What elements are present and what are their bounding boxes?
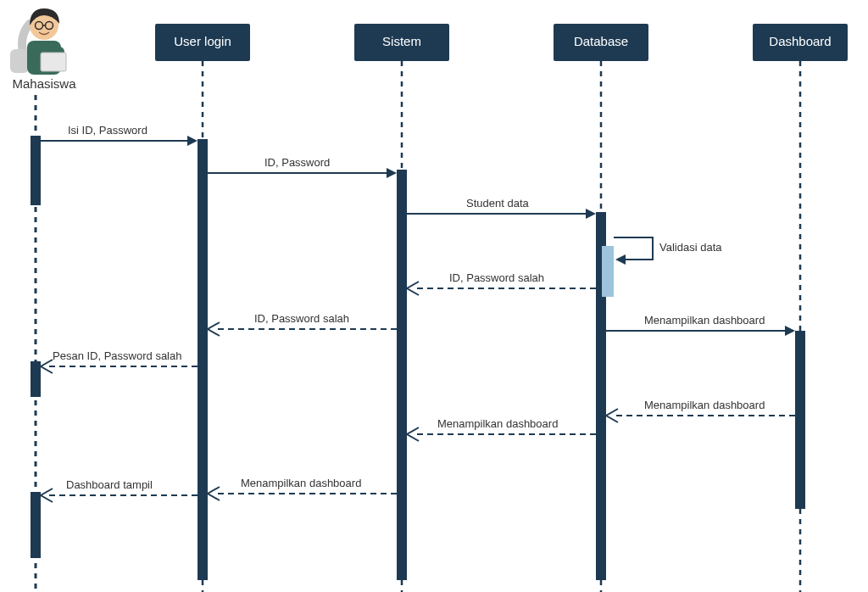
activation-actor-2	[31, 361, 41, 397]
activation-sistem	[397, 170, 407, 580]
message-m11: Menampilkan dashboard	[208, 477, 397, 500]
message-m3: Student data	[407, 197, 596, 219]
message-m7: Pesan ID, Password salah	[41, 349, 198, 373]
message-m4: Validasi data	[614, 237, 722, 265]
message-m1: Isi ID, Password	[41, 124, 198, 146]
message-m2: ID, Password	[208, 156, 397, 178]
svg-rect-7	[41, 53, 66, 71]
sistem-label: Sistem	[382, 34, 421, 48]
message-m5: ID, Password salah	[407, 271, 596, 295]
label-m12: Dashboard tampil	[66, 478, 153, 491]
activation-actor-3	[31, 492, 41, 558]
participant-userlogin: User login	[155, 24, 250, 61]
svg-marker-13	[187, 136, 198, 146]
activation-dashboard	[795, 331, 805, 509]
userlogin-label: User login	[174, 34, 231, 48]
label-m9: Menampilkan dashboard	[644, 399, 765, 411]
database-label: Database	[574, 34, 628, 48]
label-m4: Validasi data	[659, 241, 722, 254]
participant-database: Database	[554, 24, 648, 61]
activation-actor-1	[31, 136, 41, 205]
label-m6: ID, Password salah	[254, 312, 349, 325]
label-m3: Student data	[466, 197, 529, 209]
activation-database-nested	[602, 246, 614, 297]
label-m2: ID, Password	[264, 156, 330, 169]
label-m8: Menampilkan dashboard	[644, 314, 765, 327]
label-m1: Isi ID, Password	[68, 124, 147, 137]
svg-rect-0	[10, 49, 29, 73]
message-m8: Menampilkan dashboard	[606, 314, 795, 336]
participant-sistem: Sistem	[354, 24, 449, 61]
svg-marker-17	[586, 209, 596, 219]
message-m12: Dashboard tampil	[41, 478, 198, 502]
dashboard-label: Dashboard	[769, 34, 831, 48]
activation-userlogin	[198, 139, 208, 580]
svg-marker-18	[615, 254, 626, 265]
actor-mahasiswa	[10, 8, 66, 75]
label-m7: Pesan ID, Password salah	[53, 349, 181, 362]
label-m5: ID, Password salah	[449, 271, 544, 284]
message-m9: Menampilkan dashboard	[606, 399, 795, 422]
svg-marker-22	[785, 326, 795, 336]
label-m10: Menampilkan dashboard	[437, 417, 558, 430]
message-m10: Menampilkan dashboard	[407, 417, 596, 441]
message-m6: ID, Password salah	[208, 312, 397, 336]
label-m11: Menampilkan dashboard	[241, 477, 361, 489]
svg-marker-15	[387, 168, 397, 178]
actor-label: Mahasiswa	[12, 76, 76, 91]
participant-dashboard: Dashboard	[753, 24, 848, 61]
